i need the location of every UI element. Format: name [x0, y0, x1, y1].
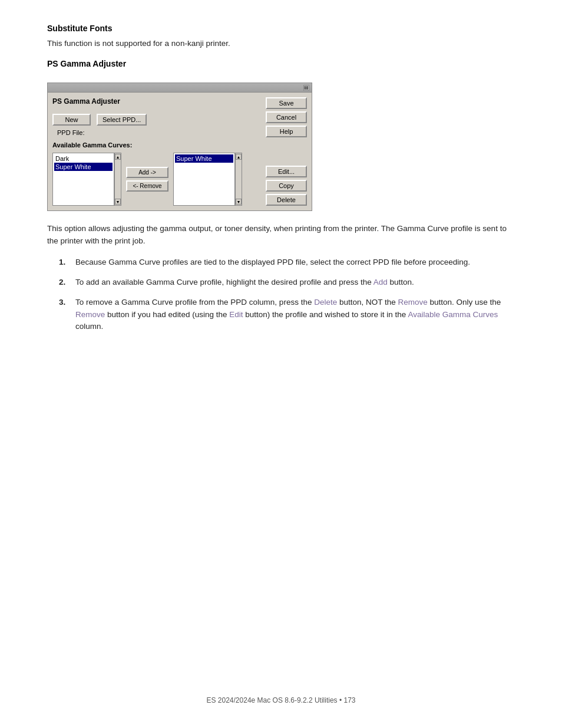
copy-button[interactable]: Copy	[266, 180, 307, 192]
available-list[interactable]: Dark Super White	[52, 153, 114, 206]
scroll-up-right[interactable]: ▲	[236, 154, 242, 160]
dialog-titlebar: ▤	[48, 83, 312, 93]
help-button[interactable]: Help	[266, 126, 307, 137]
num-2: 2.	[59, 276, 71, 288]
instruction-1-text: Because Gamma Curve profiles are tied to…	[75, 256, 470, 268]
new-button[interactable]: New	[52, 114, 91, 126]
instruction-2-text: To add an available Gamma Curve profile,…	[75, 276, 414, 288]
delete-link: Delete	[314, 298, 337, 307]
substitute-fonts-body: This function is not supported for a non…	[47, 38, 515, 50]
titlebar-close-btn[interactable]: ▤	[303, 85, 309, 91]
scroll-down-left[interactable]: ▼	[115, 199, 121, 205]
right-scrollbar[interactable]: ▲ ▼	[235, 153, 242, 206]
left-list-container: Dark Super White ▲ ▼	[52, 153, 121, 206]
select-ppd-button[interactable]: Select PPD...	[97, 114, 147, 126]
num-3: 3.	[59, 297, 71, 332]
gamma-description: This option allows adjusting the gamma o…	[47, 223, 515, 247]
dialog-title-text: PS Gamma Adjuster	[52, 97, 120, 106]
remove-link-1: Remove	[398, 298, 428, 307]
ps-gamma-heading: PS Gamma Adjuster	[47, 59, 515, 68]
num-1: 1.	[59, 256, 71, 268]
scroll-up-left[interactable]: ▲	[115, 154, 121, 160]
remove-link-2: Remove	[75, 310, 105, 319]
left-scrollbar[interactable]: ▲ ▼	[114, 153, 121, 206]
list-item-superwhite-left[interactable]: Super White	[54, 163, 113, 171]
instruction-1: 1. Because Gamma Curve profiles are tied…	[59, 256, 515, 268]
edit-button[interactable]: Edit...	[266, 166, 307, 177]
save-button[interactable]: Save	[266, 97, 307, 109]
add-link: Add	[373, 278, 388, 286]
ppd-file-label: PPD File:	[57, 129, 84, 136]
remove-button[interactable]: <- Remove	[126, 180, 168, 192]
scroll-down-right[interactable]: ▼	[236, 199, 242, 205]
list-item-superwhite-right[interactable]: Super White	[175, 154, 233, 163]
page-footer: ES 2024/2024e Mac OS 8.6-9.2.2 Utilities…	[0, 696, 562, 704]
substitute-fonts-heading: Substitute Fonts	[47, 24, 515, 33]
delete-button[interactable]: Delete	[266, 194, 307, 206]
instructions-list: 1. Because Gamma Curve profiles are tied…	[59, 256, 515, 332]
edit-link: Edit	[229, 310, 243, 319]
available-gamma-link: Available Gamma Curves	[408, 310, 498, 319]
instruction-2: 2. To add an available Gamma Curve profi…	[59, 276, 515, 288]
available-gamma-label: Available Gamma Curves:	[52, 141, 132, 149]
ppd-list[interactable]: Super White	[173, 153, 235, 206]
instruction-3-text: To remove a Gamma Curve profile from the…	[75, 297, 515, 332]
right-list-container: Super White ▲ ▼	[173, 153, 242, 206]
list-item-dark[interactable]: Dark	[54, 154, 113, 163]
ps-gamma-dialog: ▤ PS Gamma Adjuster New Select PPD... PP…	[47, 83, 312, 211]
add-button[interactable]: Add ->	[126, 167, 168, 178]
cancel-button[interactable]: Cancel	[266, 111, 307, 123]
instruction-3: 3. To remove a Gamma Curve profile from …	[59, 297, 515, 332]
